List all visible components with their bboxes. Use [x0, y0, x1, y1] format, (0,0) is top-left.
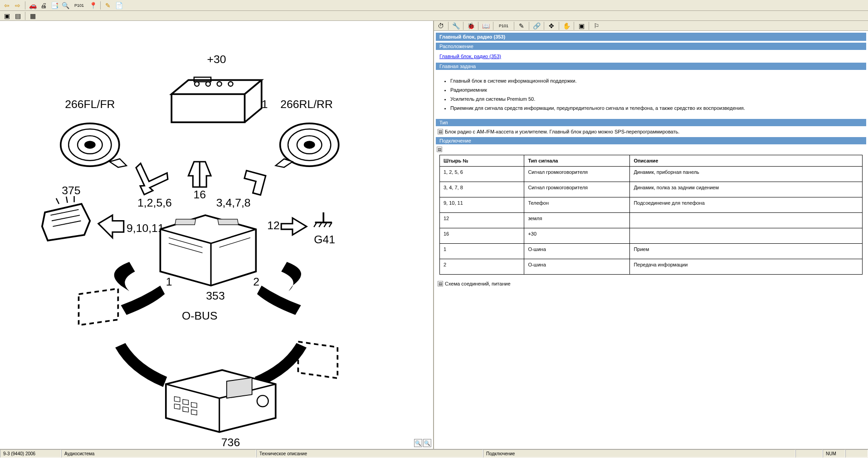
status-num: NUM [823, 449, 845, 458]
label-g41: G41 [314, 233, 335, 246]
status-desc: Техническое описание [256, 449, 483, 458]
svg-rect-27 [227, 378, 252, 398]
col-signal: Тип сигнала [524, 155, 630, 167]
p101-button-right[interactable]: P101 [496, 21, 512, 30]
bus-arrow-icon [121, 286, 165, 315]
label-91011: 9,10,11 [127, 222, 164, 234]
window-icon[interactable]: ▣ [576, 21, 586, 30]
separator [100, 1, 101, 10]
back-button[interactable]: ⇦ [2, 1, 12, 10]
table-cell: 12 [440, 213, 524, 228]
label-736: 736 [221, 436, 240, 448]
separator [589, 22, 589, 30]
forward-button[interactable]: ⇨ [13, 1, 23, 10]
separator [463, 22, 463, 30]
table-cell: +30 [524, 228, 630, 244]
info-panel[interactable]: Главный блок, радио (353) Расположение Г… [434, 31, 868, 449]
table-cell: Сигнал громкоговорителя [524, 167, 630, 182]
layout1-icon[interactable]: ▣ [2, 11, 12, 20]
task-header: Главная задача [436, 63, 866, 70]
secondary-toolbar: ▣ ▤ ▦ [0, 11, 868, 21]
flag-icon[interactable]: ⚐ [591, 21, 601, 30]
label-12: 12 [267, 219, 280, 231]
note-icon[interactable]: 📄 [114, 1, 124, 10]
pin-icon[interactable]: 📍 [88, 1, 98, 10]
obus-node-left-icon [79, 289, 118, 325]
right-pane: ⏱ 🔧 🐞 📖 P101 ✎ 🔗 ✥ ✋ ▣ ⚐ [434, 21, 868, 449]
table-row: 2О-шинаПередача информации [440, 259, 863, 275]
move-icon[interactable]: ✥ [546, 21, 556, 30]
title-header: Главный блок, радио (353) [436, 33, 866, 41]
table-cell: Телефон [524, 197, 630, 213]
status-extra2 [845, 449, 868, 458]
arrow-down-icon [188, 162, 211, 187]
label-353-port2: 2 [253, 276, 259, 288]
table-cell: 1, 2, 5, 6 [440, 167, 524, 182]
separator [448, 22, 449, 30]
expand-conn-button[interactable]: ▤ [437, 147, 442, 152]
task-item: Усилитель для системы Premium 50. [450, 96, 863, 102]
separator [544, 22, 544, 30]
display-736-icon [166, 370, 276, 432]
print-icon[interactable]: 🖨 [39, 1, 49, 10]
table-cell [630, 228, 863, 244]
layout2-icon[interactable]: ▤ [13, 11, 23, 20]
binoculars-icon[interactable]: 🔍 [60, 1, 70, 10]
status-conn: Подключение [483, 449, 795, 458]
table-row: 16+30 [440, 228, 863, 244]
diagram-viewport[interactable]: +30 1 266FL/FR [0, 21, 433, 449]
table-row: 3, 4, 7, 8Сигнал громкоговорителяДинамик… [440, 182, 863, 197]
pencil-icon[interactable]: ✎ [103, 1, 113, 10]
ground-g41-icon [314, 212, 332, 227]
left-pane: +30 1 266FL/FR [0, 21, 434, 449]
radio-unit-353-icon [160, 215, 256, 286]
table-cell: 9, 10, 11 [440, 197, 524, 213]
task-list: Главный блок в системе информационной по… [434, 72, 868, 117]
table-row: 1, 2, 5, 6Сигнал громкоговорителяДинамик… [440, 167, 863, 182]
bug-icon[interactable]: 🐞 [466, 21, 476, 30]
task-item: Приемник для сигнала средств информации,… [450, 105, 863, 111]
table-cell: 2 [440, 259, 524, 275]
layout3-icon[interactable]: ▦ [28, 11, 38, 20]
arrow-left-icon [98, 215, 124, 238]
bus-arrow-icon [115, 343, 167, 387]
separator [574, 22, 574, 30]
expand-type-button[interactable]: ▤ [438, 129, 443, 134]
table-cell: О-шина [524, 244, 630, 259]
connector-375-icon [42, 196, 90, 241]
table-cell: земля [524, 213, 630, 228]
copy-icon[interactable]: 📑 [49, 1, 59, 10]
location-header: Расположение [436, 43, 866, 50]
hand-icon[interactable]: ✋ [561, 21, 571, 30]
edit-icon[interactable]: ✎ [517, 21, 527, 30]
zoom-in-button[interactable]: 🔍 [414, 439, 422, 447]
table-cell: О-шина [524, 259, 630, 275]
separator [559, 22, 559, 30]
table-cell: Передача информации [630, 259, 863, 275]
task-item: Главный блок в системе информационной по… [450, 78, 863, 84]
location-link[interactable]: Главный блок, радио (353) [439, 54, 501, 59]
label-353-port1: 1 [166, 276, 172, 288]
link-icon[interactable]: 🔗 [532, 21, 541, 30]
separator [25, 12, 25, 20]
book-icon[interactable]: 📖 [481, 21, 491, 30]
car-icon[interactable]: 🚗 [28, 1, 38, 10]
table-row: 12земля [440, 213, 863, 228]
label-plus30: +30 [207, 53, 226, 65]
clock-icon[interactable]: ⏱ [436, 21, 446, 30]
label-266rlrr: 266RL/RR [280, 98, 333, 110]
p101-button[interactable]: P101 [71, 1, 87, 10]
speaker-right-icon [276, 123, 339, 167]
expand-wiring-button[interactable]: ▤ [438, 281, 443, 286]
table-cell [630, 213, 863, 228]
status-model: 9-3 (9440) 2006 [0, 449, 61, 458]
arrow-icon [128, 163, 170, 201]
svg-point-12 [304, 141, 315, 148]
wrench-icon[interactable]: 🔧 [451, 21, 461, 30]
svg-rect-19 [175, 219, 196, 225]
separator [478, 22, 478, 30]
zoom-out-button[interactable]: 🔍 [423, 439, 431, 447]
table-header-row: Штырь № Тип сигнала Описание [440, 155, 863, 167]
table-cell: 3, 4, 7, 8 [440, 182, 524, 197]
col-pin: Штырь № [440, 155, 524, 167]
